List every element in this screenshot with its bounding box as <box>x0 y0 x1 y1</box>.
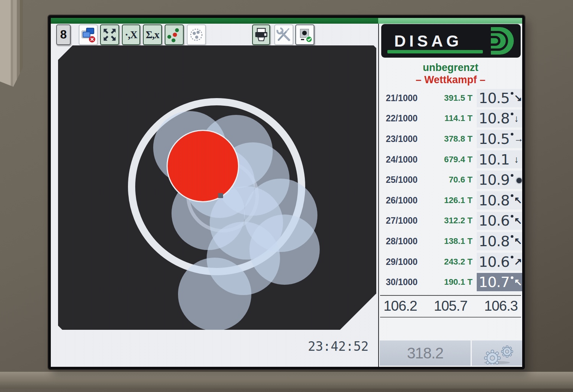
gears-icon <box>477 342 517 365</box>
shot-teiler-value: 243.2 T <box>444 257 473 267</box>
grand-total: 318.2 <box>380 340 471 366</box>
shot-score-cell: 10.1 ↓ <box>477 150 522 169</box>
shot-number: 27/1000 <box>386 216 418 226</box>
latest-shot-circle <box>167 130 239 202</box>
sum-button[interactable]: Σ,x <box>143 24 162 45</box>
shot-number: 24/1000 <box>386 154 418 165</box>
shot-score: 10.8 <box>479 233 510 250</box>
shot-score: 10.5 <box>479 90 510 106</box>
settings-button[interactable] <box>471 340 522 366</box>
series-total-3: 106.3 <box>484 298 518 314</box>
series-total-1: 106.2 <box>384 298 417 314</box>
decimal-value-icon: ·,X <box>125 29 137 41</box>
shot-pattern-button[interactable] <box>165 24 184 45</box>
shot-teiler-value: 126.1 T <box>444 195 473 205</box>
shot-score: 10.5 <box>479 131 510 147</box>
series-totals-row: 106.2 105.7 106.3 <box>379 296 522 316</box>
tools-icon <box>275 26 292 43</box>
shot-score: 10.9 <box>479 171 510 188</box>
competition-label: – Wettkampf – <box>379 74 522 86</box>
top-green-bar-right <box>378 18 522 24</box>
logo-underline <box>387 50 483 53</box>
shot-number: 26/1000 <box>386 195 418 205</box>
machine-status-button[interactable] <box>295 24 314 45</box>
expand-arrows-icon <box>101 26 118 43</box>
totals-separator-bottom <box>380 317 521 318</box>
decimal-value-button[interactable]: ·,X <box>122 24 140 45</box>
shot-teiler-value: 312.2 T <box>444 216 473 226</box>
disag-d-icon <box>486 26 518 56</box>
inner-ten-dot <box>511 133 513 136</box>
shot-score-cell: 10.7 ↖ <box>477 273 522 291</box>
shot-teiler-value: 190.1 T <box>444 277 473 287</box>
mode-label: unbegrenzt <box>379 62 522 74</box>
bottom-bar: 318.2 <box>380 340 522 366</box>
target-canvas <box>58 45 376 330</box>
shot-row[interactable]: 29/1000 243.2 T 10.6 ↗ <box>379 252 522 272</box>
shot-row[interactable]: 23/1000 378.8 T 10.5 → <box>379 129 522 149</box>
close-windows-button[interactable] <box>79 24 98 45</box>
shot-teiler-value: 378.8 T <box>444 134 473 144</box>
totals-separator-top <box>380 295 521 296</box>
shot-number: 30/1000 <box>386 277 418 287</box>
shot-number: 21/1000 <box>386 93 418 103</box>
sum-sigma-icon: Σ,x <box>146 29 159 41</box>
series-total-2: 105.7 <box>434 298 468 314</box>
shot-teiler-value: 679.4 T <box>444 155 473 165</box>
shot-score: 10.6 <box>479 253 510 270</box>
shot-teiler-value: 114.1 T <box>445 113 473 123</box>
shot-row[interactable]: 22/1000 114.1 T 10.8 ↓ <box>379 108 522 129</box>
inner-ten-dot <box>511 276 513 279</box>
shot-direction-arrow: ↓ <box>514 155 519 164</box>
shot-score-cell: 10.6 ↗ <box>477 253 522 271</box>
shot-circle <box>249 215 320 285</box>
shot-row[interactable]: 24/1000 679.4 T 10.1 ↓ <box>379 149 522 170</box>
shot-score: 10.8 <box>479 192 510 209</box>
series-view-button[interactable] <box>187 24 206 45</box>
shot-number: 29/1000 <box>386 256 418 267</box>
close-windows-icon <box>80 26 97 43</box>
expand-view-button[interactable] <box>100 24 119 45</box>
inner-ten-dot <box>511 256 513 258</box>
shot-direction-arrow: ↖ <box>514 236 522 246</box>
shot-row[interactable]: 28/1000 138.1 T 10.8 ↖ <box>379 231 522 252</box>
shot-row[interactable]: 26/1000 126.1 T 10.8 ↖ <box>379 190 522 211</box>
shot-score-cell: 10.8 ↓ <box>477 110 522 128</box>
shot-score-cell: 10.5 → <box>477 130 522 148</box>
shot-score-cell: 10.8 ↖ <box>477 191 522 210</box>
center-marker <box>218 193 223 198</box>
shot-row[interactable]: 27/1000 312.2 T 10.6 ↖ <box>379 211 522 231</box>
shot-score: 10.8 <box>479 110 510 127</box>
machine-status-icon <box>296 26 313 43</box>
settings-tools-button[interactable] <box>274 24 293 45</box>
monitor-bezel-bottom <box>0 372 573 389</box>
shot-direction-arrow: → <box>514 134 524 144</box>
print-button[interactable] <box>252 24 270 45</box>
target-count-button[interactable]: 8 <box>56 24 71 45</box>
disag-monitor-screen: 8 ·,X Σ,x <box>48 15 525 369</box>
brand-name: DISAG <box>394 32 462 50</box>
shot-pattern-icon <box>166 26 183 43</box>
shot-direction-arrow: ↖ <box>514 195 522 205</box>
shot-score-cell: 10.6 ↖ <box>477 212 522 230</box>
shot-row[interactable]: 30/1000 190.1 T 10.7 ↖ <box>379 272 522 292</box>
shot-score-cell: 10.9 <box>477 171 522 189</box>
disag-logo: DISAG <box>381 24 521 58</box>
shot-direction-arrow <box>516 178 522 183</box>
shot-direction-arrow: ↓ <box>514 114 519 123</box>
shot-direction-arrow: ↖ <box>514 216 522 226</box>
shot-row[interactable]: 21/1000 391.5 T 10.5 ↘ <box>379 88 522 108</box>
shot-direction-arrow: ↖ <box>514 277 522 287</box>
target-count-label: 8 <box>60 28 66 42</box>
shot-number: 25/1000 <box>386 175 418 185</box>
shot-row[interactable]: 25/1000 70.6 T 10.9 <box>379 169 522 190</box>
inner-ten-dot <box>511 215 513 218</box>
shot-score-cell: 10.8 ↖ <box>477 232 522 250</box>
printer-icon <box>253 27 269 43</box>
shot-teiler-value: 391.5 T <box>444 93 473 103</box>
shot-direction-arrow: ↘ <box>514 93 522 103</box>
inner-ten-dot <box>511 235 513 238</box>
shot-number: 23/1000 <box>386 134 418 144</box>
shot-teiler-value: 138.1 T <box>444 236 473 246</box>
shot-list: 21/1000 391.5 T 10.5 ↘ 22/1000 114.1 T 1… <box>379 88 522 292</box>
